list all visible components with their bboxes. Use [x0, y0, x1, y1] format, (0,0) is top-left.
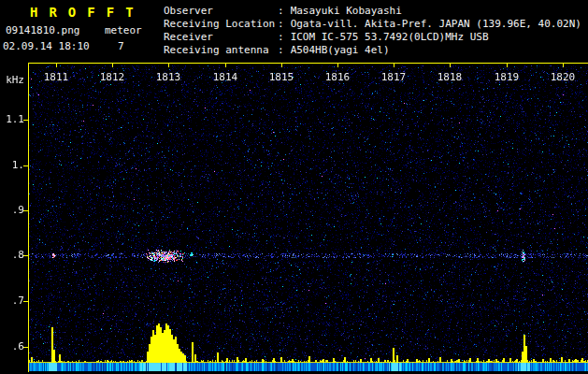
y-tick — [23, 120, 28, 121]
x-tick-label-1813: 1813 — [152, 72, 184, 83]
y-tick-label-0-9: .9 — [0, 205, 24, 216]
x-tick — [281, 64, 282, 67]
info-label-observer: Observer — [164, 5, 278, 17]
y-tick-label-0-6: .6 — [0, 341, 24, 352]
info-row-receiver: Receiver:ICOM IC-575 53.7492(0LCD)MHz US… — [164, 31, 489, 43]
info-value-receiver: ICOM IC-575 53.7492(0LCD)MHz USB — [284, 31, 489, 43]
y-tick — [23, 255, 28, 256]
spectrogram-canvas — [28, 64, 588, 371]
hrofft-screen: HROFFT 09141810.png meteor 02.09.14 18:1… — [0, 0, 588, 374]
x-tick-label-1817: 1817 — [378, 72, 409, 83]
x-tick — [507, 64, 508, 67]
x-tick — [450, 64, 451, 67]
y-tick-label-0-8: .8 — [0, 250, 24, 261]
filename-label: 09141810.png — [6, 24, 79, 36]
info-value-observer: Masayuki Kobayashi — [284, 5, 402, 17]
datetime-label: 02.09.14 18:10 — [3, 40, 90, 52]
y-tick — [23, 210, 28, 211]
info-value-location: Ogata-vill. Akita-Pref. JAPAN (139.96E, … — [284, 18, 581, 30]
x-tick-label-1814: 1814 — [209, 72, 241, 83]
y-tick-label-1-1: 1.1 — [0, 114, 24, 125]
meteor-count: 7 — [118, 40, 124, 52]
x-tick — [394, 64, 394, 67]
x-tick — [56, 64, 57, 67]
y-tick-label-1-0: 1. — [0, 160, 24, 171]
x-tick-label-1812: 1812 — [96, 72, 128, 83]
info-value-antenna: A504HB(yagi 4el) — [284, 44, 390, 56]
mode-label: meteor — [105, 24, 142, 36]
info-row-location: Receiving Location:Ogata-vill. Akita-Pre… — [164, 18, 581, 30]
app-title: HROFFT — [30, 5, 145, 20]
y-tick-label-0-7: .7 — [0, 295, 24, 307]
y-tick — [23, 347, 28, 348]
x-tick — [112, 64, 113, 67]
info-row-antenna: Receiving antenna:A504HB(yagi 4el) — [164, 44, 390, 56]
info-label-receiver: Receiver — [164, 31, 278, 43]
info-colon: : — [278, 5, 284, 17]
x-tick — [563, 64, 564, 67]
x-tick-label-1816: 1816 — [322, 72, 353, 83]
x-tick-label-1818: 1818 — [434, 72, 466, 83]
plot-left-border — [28, 63, 29, 372]
x-tick — [337, 64, 338, 67]
info-colon: : — [278, 18, 284, 30]
info-label-location: Receiving Location — [164, 18, 278, 30]
info-label-antenna: Receiving antenna — [164, 44, 278, 56]
x-tick-label-1815: 1815 — [265, 72, 297, 83]
x-tick-label-1820: 1820 — [547, 72, 579, 83]
info-row-observer: Observer:Masayuki Kobayashi — [164, 5, 402, 17]
y-tick — [23, 301, 28, 302]
y-tick — [23, 165, 28, 166]
x-tick-label-1819: 1819 — [491, 72, 523, 83]
x-tick — [225, 64, 226, 67]
x-tick — [168, 64, 169, 67]
x-tick-label-1811: 1811 — [40, 72, 72, 83]
info-colon: : — [278, 31, 284, 43]
y-axis-unit: kHz — [0, 75, 24, 86]
info-colon: : — [278, 44, 284, 56]
